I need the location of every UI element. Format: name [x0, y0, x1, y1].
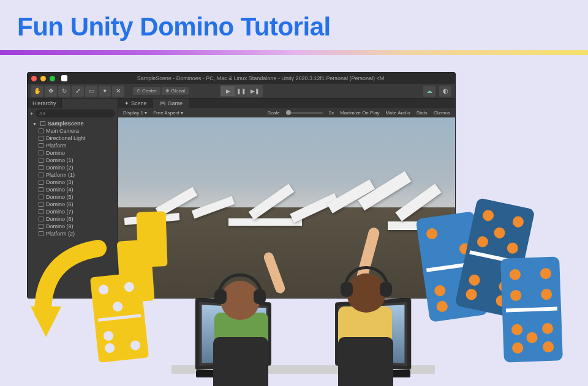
gameobject-icon	[39, 173, 43, 177]
hierarchy-item-label: Domino (6)	[46, 201, 74, 207]
game-tab-button[interactable]: 🎮 Game	[153, 98, 189, 108]
aspect-dropdown[interactable]: Free Aspect ▾	[153, 110, 183, 116]
display-label: Display 1	[123, 110, 143, 116]
maximize-icon[interactable]	[50, 76, 55, 81]
move-tool-button[interactable]: ✥	[45, 86, 57, 97]
stats-toggle[interactable]: Stats	[417, 110, 428, 116]
pause-button[interactable]: ❚❚	[235, 86, 248, 96]
hierarchy-item[interactable]: Main Camera	[28, 127, 118, 135]
scene-icon	[40, 121, 45, 126]
scene-tab-button[interactable]: ✦ Scene	[118, 98, 153, 108]
rotate-tool-button[interactable]: ↻	[58, 86, 70, 97]
gameobject-icon	[39, 202, 43, 207]
gameobject-icon	[39, 195, 43, 199]
svg-marker-0	[31, 306, 61, 337]
hierarchy-item-label: Domino (2)	[46, 165, 74, 171]
kids-illustration	[172, 221, 435, 386]
gameobject-icon	[39, 136, 43, 141]
add-icon[interactable]: +	[30, 111, 33, 117]
hierarchy-item[interactable]: Domino (3)	[28, 179, 118, 186]
hierarchy-item-label: Domino (7)	[46, 209, 74, 215]
hierarchy-item[interactable]: Domino (6)	[28, 201, 118, 208]
gameobject-icon	[39, 217, 43, 221]
gameobject-icon	[39, 165, 43, 170]
hierarchy-tab[interactable]: Hierarchy	[28, 98, 62, 108]
gameobject-icon	[39, 143, 43, 148]
hierarchy-item[interactable]: Platform	[28, 142, 118, 149]
handle-mode-button[interactable]: ⊕ Global	[162, 87, 189, 95]
hierarchy-item-label: Domino (1)	[46, 157, 74, 163]
hierarchy-item[interactable]: Domino (9)	[28, 223, 118, 230]
main-toolbar: ✋ ✥ ↻ ⤢ ▭ ✦ ✕ ⊙ Center ⊕ Global ▶ ❚❚ ▶❚ …	[28, 84, 455, 98]
handle-label: Global	[171, 88, 185, 94]
gameobject-icon	[39, 128, 43, 133]
window-title: SampleScene - Dominoes - PC, Mac & Linux…	[70, 75, 451, 81]
scene-root-item[interactable]: SampleScene	[28, 120, 118, 127]
display-dropdown[interactable]: Display 1 ▾	[123, 110, 147, 116]
window-controls	[31, 76, 55, 81]
hierarchy-item[interactable]: Domino (4)	[28, 186, 118, 193]
hierarchy-tree: SampleScene Main CameraDirectional Light…	[28, 119, 118, 239]
hierarchy-item[interactable]: Directional Light	[28, 135, 118, 142]
scale-tool-button[interactable]: ⤢	[72, 86, 84, 97]
hierarchy-item-label: Domino (5)	[46, 194, 74, 200]
gameobject-icon	[39, 187, 43, 192]
play-button[interactable]: ▶	[221, 86, 235, 96]
gameobject-icon	[39, 209, 43, 214]
gizmos-toggle[interactable]: Gizmos	[434, 110, 450, 116]
gameobject-icon	[39, 158, 43, 163]
hierarchy-item-label: Platform (1)	[46, 172, 75, 178]
hierarchy-item[interactable]: Domino	[28, 149, 118, 157]
gameobject-icon	[39, 150, 43, 155]
hierarchy-item[interactable]: Domino (1)	[28, 157, 118, 164]
blue-dominoes-illustration	[423, 202, 582, 374]
hierarchy-item-label: Domino (8)	[46, 216, 74, 222]
divider-gradient	[0, 50, 588, 55]
scene-tab-label: Scene	[131, 100, 147, 106]
aspect-label: Free Aspect	[153, 110, 179, 116]
hierarchy-panel: Hierarchy + SampleScene Main CameraDirec…	[28, 98, 118, 298]
scene-root-label: SampleScene	[48, 121, 84, 127]
step-button[interactable]: ▶❚	[248, 86, 262, 96]
hierarchy-item[interactable]: Domino (2)	[28, 164, 118, 171]
hierarchy-item-label: Directional Light	[46, 135, 86, 141]
hierarchy-item-label: Main Camera	[46, 128, 79, 134]
hierarchy-item-label: Domino (4)	[46, 187, 74, 193]
hierarchy-item-label: Domino (3)	[46, 179, 74, 185]
hierarchy-item[interactable]: Domino (8)	[28, 215, 118, 223]
minimize-icon[interactable]	[40, 76, 46, 81]
maximize-on-play-toggle[interactable]: Maximize On Play	[340, 110, 379, 116]
scale-label: Scale	[268, 110, 280, 116]
mute-audio-toggle[interactable]: Mute Audio	[386, 110, 410, 116]
game-tab-label: Game	[168, 100, 183, 106]
gameobject-icon	[39, 231, 43, 236]
custom-tool-button[interactable]: ✕	[112, 86, 124, 97]
hierarchy-item-label: Domino (9)	[46, 223, 74, 229]
account-button[interactable]: ◐	[439, 86, 451, 97]
unity-logo-icon	[61, 75, 67, 81]
hierarchy-item[interactable]: Platform (1)	[28, 171, 118, 179]
hierarchy-search-input[interactable]	[36, 109, 115, 117]
window-titlebar: SampleScene - Dominoes - PC, Mac & Linux…	[28, 73, 455, 84]
gameobject-icon	[39, 224, 43, 229]
transform-tool-button[interactable]: ✦	[99, 86, 111, 97]
cloud-icon[interactable]: ☁	[423, 86, 435, 97]
pivot-mode-button[interactable]: ⊙ Center	[133, 87, 160, 95]
gameobject-icon	[39, 180, 43, 185]
scale-slider[interactable]	[286, 112, 323, 114]
scale-value: 2x	[329, 110, 334, 116]
hierarchy-item[interactable]: Platform (2)	[28, 230, 118, 237]
pivot-label: Center	[142, 88, 157, 94]
hierarchy-item[interactable]: Domino (5)	[28, 193, 118, 201]
hierarchy-item-label: Platform	[46, 143, 67, 149]
hand-tool-button[interactable]: ✋	[31, 86, 43, 97]
close-icon[interactable]	[31, 76, 37, 81]
rect-tool-button[interactable]: ▭	[85, 86, 97, 97]
hierarchy-item-label: Domino	[46, 150, 65, 156]
hierarchy-item-label: Platform (2)	[46, 231, 75, 237]
hierarchy-item[interactable]: Domino (7)	[28, 208, 118, 215]
page-title: Fun Unity Domino Tutorial	[0, 0, 588, 42]
